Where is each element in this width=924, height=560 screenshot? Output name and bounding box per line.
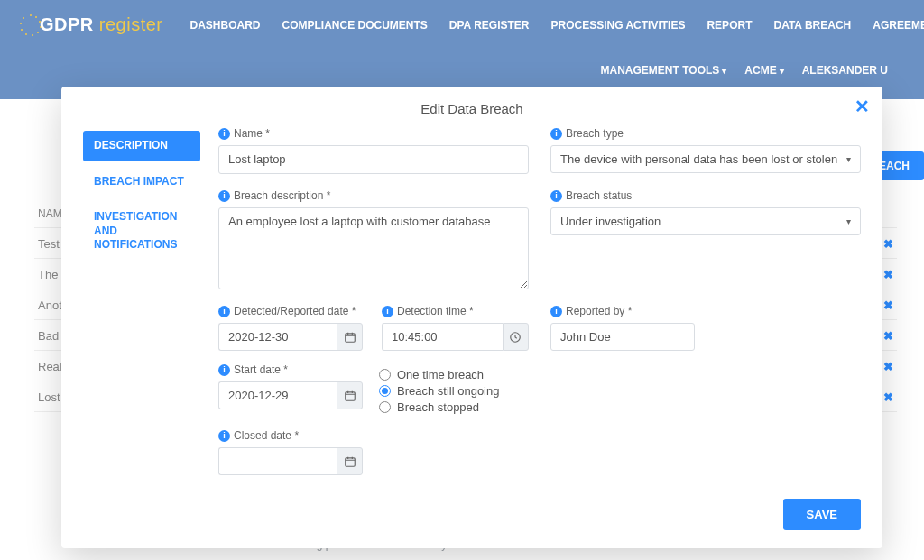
nav-dashboard[interactable]: DASHBOARD	[181, 12, 270, 39]
info-icon[interactable]: i	[218, 128, 230, 140]
calendar-icon[interactable]	[337, 381, 363, 409]
svg-point-7	[21, 29, 23, 31]
label-detection-time: i Detection time *	[382, 305, 529, 317]
nav-data-breach[interactable]: DATA BREACH	[764, 12, 860, 39]
tab-description[interactable]: DESCRIPTION	[83, 131, 200, 161]
radio-one-time[interactable]: One time breach	[379, 368, 529, 381]
modal-title: Edit Data Breach	[83, 101, 861, 116]
brand-logo[interactable]: GDPR register	[18, 13, 163, 38]
nav-dpa-register[interactable]: DPA REGISTER	[440, 12, 539, 39]
radio-icon	[379, 385, 391, 397]
calendar-icon[interactable]	[337, 447, 363, 475]
closed-date-field[interactable]	[218, 447, 337, 475]
name-field[interactable]: Lost laptop	[218, 145, 529, 174]
radio-icon	[379, 369, 391, 381]
detected-date-field[interactable]	[218, 323, 337, 351]
svg-point-4	[37, 32, 39, 33]
caret-down-icon	[777, 64, 784, 77]
delete-icon[interactable]: ✖	[883, 268, 893, 281]
nav-agreements[interactable]: AGREEMENTS	[864, 12, 924, 39]
info-icon[interactable]: i	[550, 190, 562, 202]
save-button[interactable]: SAVE	[783, 499, 861, 530]
delete-icon[interactable]: ✖	[883, 329, 893, 343]
svg-point-5	[32, 34, 33, 36]
label-detected-date: i Detected/Reported date *	[218, 305, 365, 317]
breach-type-select[interactable]: The device with personal data has been l…	[550, 145, 861, 173]
label-closed-date: i Closed date *	[218, 429, 529, 442]
svg-rect-12	[345, 391, 355, 399]
top-navbar: GDPR register DASHBOARD COMPLIANCE DOCUM…	[0, 0, 924, 99]
svg-point-1	[35, 16, 37, 18]
tab-investigation-notifications[interactable]: INVESTIGATION AND NOTIFICATIONS	[83, 202, 200, 261]
nav-processing-activities[interactable]: PROCESSING ACTIVITIES	[542, 12, 695, 39]
svg-rect-13	[345, 457, 355, 465]
info-icon[interactable]: i	[218, 306, 230, 317]
calendar-icon[interactable]	[337, 323, 363, 351]
nav-org-switcher[interactable]: ACME	[735, 57, 792, 84]
info-icon[interactable]: i	[550, 306, 562, 317]
info-icon[interactable]: i	[218, 190, 230, 202]
secondary-nav: MANAGEMENT TOOLS ACME ALEKSANDER U	[18, 50, 906, 90]
info-icon[interactable]: i	[550, 128, 562, 140]
radio-stopped[interactable]: Breach stopped	[379, 400, 529, 414]
label-reported-by: i Reported by *	[550, 305, 861, 317]
label-start-date: i Start date *	[218, 363, 363, 376]
radio-icon	[379, 401, 391, 413]
nav-compliance-documents[interactable]: COMPLIANCE DOCUMENTS	[273, 12, 437, 39]
nav-report[interactable]: REPORT	[698, 12, 761, 39]
nav-user-menu[interactable]: ALEKSANDER U	[793, 57, 897, 84]
clock-icon[interactable]	[503, 323, 529, 351]
info-icon[interactable]: i	[218, 430, 230, 442]
primary-nav: DASHBOARD COMPLIANCE DOCUMENTS DPA REGIS…	[181, 12, 925, 39]
label-breach-status: i Breach status	[550, 189, 861, 202]
caret-down-icon	[719, 64, 726, 77]
delete-icon[interactable]: ✖	[883, 390, 893, 404]
brand-text-register: register	[99, 14, 163, 35]
delete-icon[interactable]: ✖	[883, 237, 893, 251]
info-icon[interactable]: i	[218, 364, 230, 376]
breach-status-select[interactable]: Under investigation	[550, 207, 861, 235]
modal-side-tabs: DESCRIPTION BREACH IMPACT INVESTIGATION …	[83, 127, 200, 484]
info-icon[interactable]: i	[382, 306, 393, 317]
label-name: i Name *	[218, 127, 529, 140]
delete-icon[interactable]: ✖	[883, 360, 893, 373]
start-date-field[interactable]	[218, 381, 337, 409]
detection-time-field[interactable]	[382, 323, 503, 351]
close-button[interactable]: ✕	[855, 96, 870, 117]
radio-ongoing[interactable]: Breach still ongoing	[379, 384, 529, 398]
reported-by-field[interactable]	[550, 323, 695, 351]
label-breach-description: i Breach description *	[218, 189, 529, 202]
label-breach-type: i Breach type	[550, 127, 861, 140]
svg-rect-10	[345, 333, 355, 341]
nav-management-tools[interactable]: MANAGEMENT TOOLS	[592, 57, 736, 84]
edit-breach-modal: ✕ Edit Data Breach DESCRIPTION BREACH IM…	[61, 87, 882, 548]
delete-icon[interactable]: ✖	[883, 298, 893, 312]
svg-point-6	[25, 33, 27, 35]
tab-breach-impact[interactable]: BREACH IMPACT	[83, 167, 200, 197]
svg-point-0	[30, 14, 32, 16]
svg-point-9	[23, 17, 24, 19]
svg-point-8	[20, 23, 22, 24]
breach-description-field[interactable]: An employee lost a laptop with customer …	[218, 207, 529, 289]
brand-text-gdpr: GDPR	[40, 14, 94, 35]
